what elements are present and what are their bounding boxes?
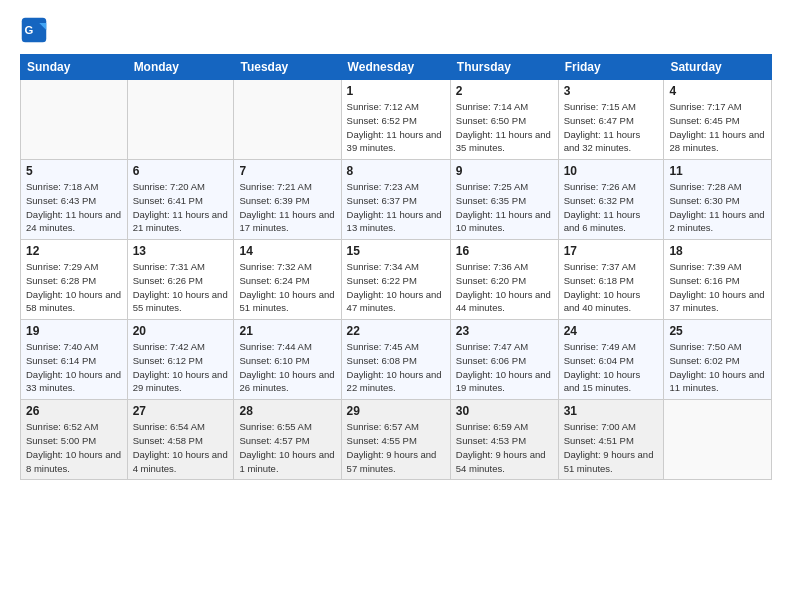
day-number: 8 bbox=[347, 164, 445, 178]
calendar-cell bbox=[234, 80, 341, 160]
calendar-cell: 1Sunrise: 7:12 AM Sunset: 6:52 PM Daylig… bbox=[341, 80, 450, 160]
calendar-cell: 30Sunrise: 6:59 AM Sunset: 4:53 PM Dayli… bbox=[450, 400, 558, 480]
calendar-cell: 23Sunrise: 7:47 AM Sunset: 6:06 PM Dayli… bbox=[450, 320, 558, 400]
day-number: 12 bbox=[26, 244, 122, 258]
day-info: Sunrise: 7:37 AM Sunset: 6:18 PM Dayligh… bbox=[564, 260, 659, 315]
day-number: 1 bbox=[347, 84, 445, 98]
day-info: Sunrise: 7:17 AM Sunset: 6:45 PM Dayligh… bbox=[669, 100, 766, 155]
day-info: Sunrise: 7:31 AM Sunset: 6:26 PM Dayligh… bbox=[133, 260, 229, 315]
weekday-header: Wednesday bbox=[341, 55, 450, 80]
calendar-week-row: 5Sunrise: 7:18 AM Sunset: 6:43 PM Daylig… bbox=[21, 160, 772, 240]
day-number: 29 bbox=[347, 404, 445, 418]
calendar-cell: 7Sunrise: 7:21 AM Sunset: 6:39 PM Daylig… bbox=[234, 160, 341, 240]
calendar-cell bbox=[21, 80, 128, 160]
calendar: SundayMondayTuesdayWednesdayThursdayFrid… bbox=[20, 54, 772, 480]
day-info: Sunrise: 6:55 AM Sunset: 4:57 PM Dayligh… bbox=[239, 420, 335, 475]
day-number: 19 bbox=[26, 324, 122, 338]
calendar-cell: 5Sunrise: 7:18 AM Sunset: 6:43 PM Daylig… bbox=[21, 160, 128, 240]
day-number: 25 bbox=[669, 324, 766, 338]
day-info: Sunrise: 7:36 AM Sunset: 6:20 PM Dayligh… bbox=[456, 260, 553, 315]
day-info: Sunrise: 7:39 AM Sunset: 6:16 PM Dayligh… bbox=[669, 260, 766, 315]
day-info: Sunrise: 7:12 AM Sunset: 6:52 PM Dayligh… bbox=[347, 100, 445, 155]
calendar-cell: 15Sunrise: 7:34 AM Sunset: 6:22 PM Dayli… bbox=[341, 240, 450, 320]
weekday-header: Monday bbox=[127, 55, 234, 80]
calendar-cell: 26Sunrise: 6:52 AM Sunset: 5:00 PM Dayli… bbox=[21, 400, 128, 480]
day-number: 22 bbox=[347, 324, 445, 338]
calendar-week-row: 19Sunrise: 7:40 AM Sunset: 6:14 PM Dayli… bbox=[21, 320, 772, 400]
day-number: 15 bbox=[347, 244, 445, 258]
page: G SundayMondayTuesdayWednesdayThursdayFr… bbox=[0, 0, 792, 490]
calendar-cell: 9Sunrise: 7:25 AM Sunset: 6:35 PM Daylig… bbox=[450, 160, 558, 240]
day-info: Sunrise: 7:21 AM Sunset: 6:39 PM Dayligh… bbox=[239, 180, 335, 235]
calendar-cell: 20Sunrise: 7:42 AM Sunset: 6:12 PM Dayli… bbox=[127, 320, 234, 400]
day-info: Sunrise: 7:34 AM Sunset: 6:22 PM Dayligh… bbox=[347, 260, 445, 315]
calendar-cell: 10Sunrise: 7:26 AM Sunset: 6:32 PM Dayli… bbox=[558, 160, 664, 240]
day-info: Sunrise: 7:20 AM Sunset: 6:41 PM Dayligh… bbox=[133, 180, 229, 235]
day-number: 14 bbox=[239, 244, 335, 258]
calendar-week-row: 1Sunrise: 7:12 AM Sunset: 6:52 PM Daylig… bbox=[21, 80, 772, 160]
weekday-header: Saturday bbox=[664, 55, 772, 80]
day-info: Sunrise: 7:23 AM Sunset: 6:37 PM Dayligh… bbox=[347, 180, 445, 235]
weekday-header-row: SundayMondayTuesdayWednesdayThursdayFrid… bbox=[21, 55, 772, 80]
day-number: 10 bbox=[564, 164, 659, 178]
day-number: 13 bbox=[133, 244, 229, 258]
day-number: 17 bbox=[564, 244, 659, 258]
logo-icon: G bbox=[20, 16, 48, 44]
day-number: 27 bbox=[133, 404, 229, 418]
calendar-cell: 25Sunrise: 7:50 AM Sunset: 6:02 PM Dayli… bbox=[664, 320, 772, 400]
day-info: Sunrise: 7:29 AM Sunset: 6:28 PM Dayligh… bbox=[26, 260, 122, 315]
day-number: 3 bbox=[564, 84, 659, 98]
day-number: 2 bbox=[456, 84, 553, 98]
day-info: Sunrise: 6:54 AM Sunset: 4:58 PM Dayligh… bbox=[133, 420, 229, 475]
day-info: Sunrise: 7:47 AM Sunset: 6:06 PM Dayligh… bbox=[456, 340, 553, 395]
calendar-cell: 3Sunrise: 7:15 AM Sunset: 6:47 PM Daylig… bbox=[558, 80, 664, 160]
day-info: Sunrise: 7:14 AM Sunset: 6:50 PM Dayligh… bbox=[456, 100, 553, 155]
day-number: 16 bbox=[456, 244, 553, 258]
calendar-cell bbox=[664, 400, 772, 480]
day-number: 23 bbox=[456, 324, 553, 338]
day-info: Sunrise: 6:59 AM Sunset: 4:53 PM Dayligh… bbox=[456, 420, 553, 475]
day-number: 4 bbox=[669, 84, 766, 98]
calendar-cell: 22Sunrise: 7:45 AM Sunset: 6:08 PM Dayli… bbox=[341, 320, 450, 400]
day-info: Sunrise: 7:32 AM Sunset: 6:24 PM Dayligh… bbox=[239, 260, 335, 315]
calendar-cell: 27Sunrise: 6:54 AM Sunset: 4:58 PM Dayli… bbox=[127, 400, 234, 480]
day-number: 30 bbox=[456, 404, 553, 418]
day-number: 21 bbox=[239, 324, 335, 338]
day-info: Sunrise: 6:57 AM Sunset: 4:55 PM Dayligh… bbox=[347, 420, 445, 475]
day-number: 28 bbox=[239, 404, 335, 418]
svg-text:G: G bbox=[24, 24, 33, 36]
day-number: 11 bbox=[669, 164, 766, 178]
day-number: 7 bbox=[239, 164, 335, 178]
calendar-cell: 4Sunrise: 7:17 AM Sunset: 6:45 PM Daylig… bbox=[664, 80, 772, 160]
calendar-cell: 2Sunrise: 7:14 AM Sunset: 6:50 PM Daylig… bbox=[450, 80, 558, 160]
calendar-cell: 19Sunrise: 7:40 AM Sunset: 6:14 PM Dayli… bbox=[21, 320, 128, 400]
calendar-cell: 6Sunrise: 7:20 AM Sunset: 6:41 PM Daylig… bbox=[127, 160, 234, 240]
weekday-header: Tuesday bbox=[234, 55, 341, 80]
day-info: Sunrise: 7:26 AM Sunset: 6:32 PM Dayligh… bbox=[564, 180, 659, 235]
calendar-cell: 8Sunrise: 7:23 AM Sunset: 6:37 PM Daylig… bbox=[341, 160, 450, 240]
calendar-week-row: 12Sunrise: 7:29 AM Sunset: 6:28 PM Dayli… bbox=[21, 240, 772, 320]
day-info: Sunrise: 7:42 AM Sunset: 6:12 PM Dayligh… bbox=[133, 340, 229, 395]
calendar-cell: 24Sunrise: 7:49 AM Sunset: 6:04 PM Dayli… bbox=[558, 320, 664, 400]
weekday-header: Sunday bbox=[21, 55, 128, 80]
day-number: 5 bbox=[26, 164, 122, 178]
calendar-cell bbox=[127, 80, 234, 160]
day-info: Sunrise: 7:28 AM Sunset: 6:30 PM Dayligh… bbox=[669, 180, 766, 235]
calendar-cell: 14Sunrise: 7:32 AM Sunset: 6:24 PM Dayli… bbox=[234, 240, 341, 320]
day-info: Sunrise: 7:50 AM Sunset: 6:02 PM Dayligh… bbox=[669, 340, 766, 395]
day-info: Sunrise: 7:40 AM Sunset: 6:14 PM Dayligh… bbox=[26, 340, 122, 395]
calendar-cell: 18Sunrise: 7:39 AM Sunset: 6:16 PM Dayli… bbox=[664, 240, 772, 320]
calendar-cell: 21Sunrise: 7:44 AM Sunset: 6:10 PM Dayli… bbox=[234, 320, 341, 400]
day-number: 20 bbox=[133, 324, 229, 338]
day-info: Sunrise: 7:15 AM Sunset: 6:47 PM Dayligh… bbox=[564, 100, 659, 155]
day-info: Sunrise: 7:00 AM Sunset: 4:51 PM Dayligh… bbox=[564, 420, 659, 475]
calendar-week-row: 26Sunrise: 6:52 AM Sunset: 5:00 PM Dayli… bbox=[21, 400, 772, 480]
day-number: 26 bbox=[26, 404, 122, 418]
calendar-cell: 13Sunrise: 7:31 AM Sunset: 6:26 PM Dayli… bbox=[127, 240, 234, 320]
header: G bbox=[20, 16, 772, 44]
day-info: Sunrise: 7:18 AM Sunset: 6:43 PM Dayligh… bbox=[26, 180, 122, 235]
weekday-header: Thursday bbox=[450, 55, 558, 80]
logo: G bbox=[20, 16, 50, 44]
day-info: Sunrise: 6:52 AM Sunset: 5:00 PM Dayligh… bbox=[26, 420, 122, 475]
day-info: Sunrise: 7:25 AM Sunset: 6:35 PM Dayligh… bbox=[456, 180, 553, 235]
